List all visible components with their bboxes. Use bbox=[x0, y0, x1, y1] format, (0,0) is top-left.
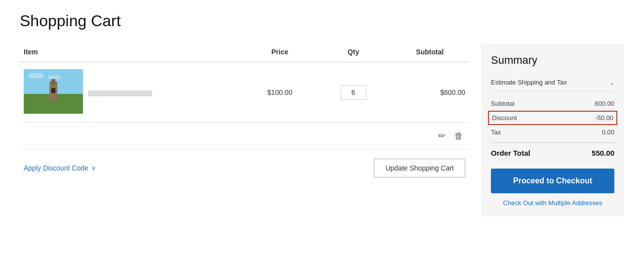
col-header-item: Item bbox=[20, 44, 243, 62]
tax-value: 0.00 bbox=[602, 129, 614, 136]
cart-actions-cell: ✏ 🗑 bbox=[20, 123, 469, 150]
qty-input[interactable] bbox=[341, 85, 366, 100]
apply-discount-button[interactable]: Apply Discount Code ∨ bbox=[24, 164, 96, 172]
multi-address-button[interactable]: Check Out with Multiple Addresses bbox=[491, 199, 614, 207]
chevron-down-icon: ⌄ bbox=[609, 79, 614, 86]
product-qty-cell bbox=[316, 62, 390, 123]
cart-actions-row: ✏ 🗑 bbox=[20, 123, 469, 150]
cart-table: Item Price Qty Subtotal bbox=[20, 44, 469, 150]
cart-section: Item Price Qty Subtotal bbox=[20, 44, 469, 177]
product-name-blur bbox=[88, 90, 152, 96]
subtotal-row: Subtotal 600.00 bbox=[491, 97, 614, 110]
product-name-cell bbox=[84, 62, 243, 123]
estimate-shipping-label: Estimate Shipping and Tax bbox=[491, 79, 567, 86]
col-header-subtotal: Subtotal bbox=[391, 44, 469, 62]
svg-rect-5 bbox=[51, 79, 55, 85]
tax-row: Tax 0.00 bbox=[491, 126, 614, 138]
summary-rows: Subtotal 600.00 Discount -50.00 Tax 0.00… bbox=[491, 91, 614, 160]
delete-button[interactable]: 🗑 bbox=[452, 129, 465, 143]
main-layout: Item Price Qty Subtotal bbox=[20, 44, 624, 217]
summary-panel: Summary Estimate Shipping and Tax ⌄ Subt… bbox=[481, 44, 624, 217]
table-row: $100.00 $600.00 bbox=[20, 62, 469, 123]
product-subtotal: $600.00 bbox=[391, 62, 469, 123]
discount-row: Discount -50.00 bbox=[488, 111, 617, 125]
product-price: $100.00 bbox=[243, 62, 316, 123]
order-total-value: 550.00 bbox=[592, 149, 614, 157]
page-title: Shopping Cart bbox=[20, 12, 624, 30]
order-total-label: Order Total bbox=[491, 149, 530, 157]
subtotal-label: Subtotal bbox=[491, 100, 515, 107]
svg-rect-1 bbox=[29, 73, 43, 78]
action-icons: ✏ 🗑 bbox=[24, 129, 465, 143]
chevron-down-icon: ∨ bbox=[91, 165, 96, 172]
discount-label: Discount bbox=[492, 114, 517, 122]
svg-rect-6 bbox=[51, 88, 55, 93]
update-cart-button[interactable]: Update Shopping Cart bbox=[374, 159, 465, 177]
edit-button[interactable]: ✏ bbox=[436, 129, 447, 143]
order-total-row: Order Total 550.00 bbox=[491, 142, 614, 160]
tax-label: Tax bbox=[491, 129, 501, 136]
svg-rect-2 bbox=[48, 75, 61, 79]
subtotal-value: 600.00 bbox=[595, 100, 614, 107]
trash-icon: 🗑 bbox=[454, 131, 463, 141]
col-header-price: Price bbox=[243, 44, 316, 62]
apply-discount-label: Apply Discount Code bbox=[24, 164, 88, 172]
cart-bottom: Apply Discount Code ∨ Update Shopping Ca… bbox=[20, 150, 469, 177]
product-image-cell bbox=[20, 62, 84, 123]
summary-title: Summary bbox=[491, 54, 614, 67]
estimate-shipping-toggle[interactable]: Estimate Shipping and Tax ⌄ bbox=[491, 74, 614, 91]
pencil-icon: ✏ bbox=[438, 131, 445, 141]
checkout-button[interactable]: Proceed to Checkout bbox=[491, 169, 614, 193]
col-header-qty: Qty bbox=[316, 44, 390, 62]
product-image bbox=[24, 69, 83, 114]
discount-value: -50.00 bbox=[595, 114, 613, 122]
